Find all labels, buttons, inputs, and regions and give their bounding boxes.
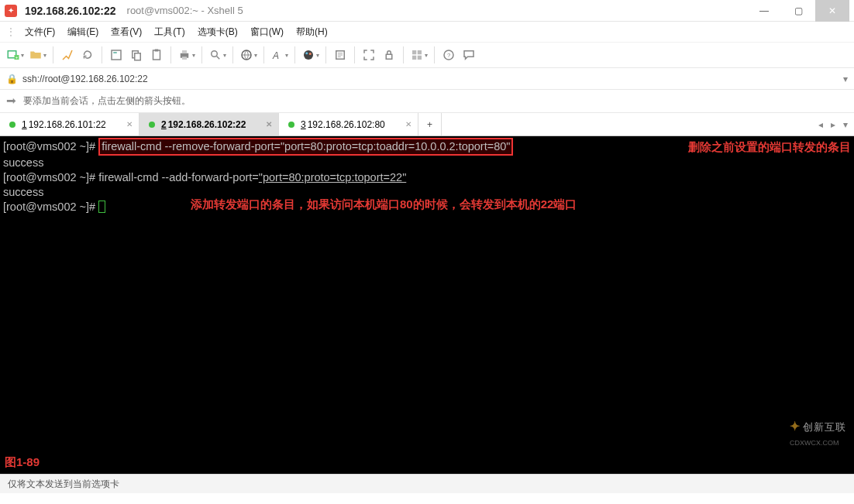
window-titlebar: ✦ 192.168.26.102:22 root@vms002:~ - Xshe… (0, 0, 854, 22)
paste-button[interactable] (147, 45, 166, 65)
script-button[interactable] (331, 45, 350, 65)
status-dot-icon (288, 122, 294, 128)
menu-edit[interactable]: 编辑(E) (61, 23, 105, 41)
shell-prompt: [root@vms002 ~]# (3, 201, 98, 213)
svg-point-16 (305, 52, 308, 54)
terminal-cursor (98, 201, 105, 213)
tab-prefix: 1 (22, 119, 27, 130)
help-button[interactable]: ? (439, 45, 458, 65)
toolbar-sep (53, 46, 53, 63)
toolbar-sep (201, 46, 202, 63)
window-title-sub: root@vms002:~ - Xshell 5 (127, 5, 243, 16)
toolbar-sep (170, 46, 171, 63)
copy-button[interactable] (127, 45, 146, 65)
tab-prefix: 2 (161, 119, 167, 130)
svg-rect-20 (412, 50, 416, 54)
reconnect-button[interactable] (78, 45, 97, 65)
layout-button[interactable] (408, 45, 429, 65)
svg-rect-8 (155, 50, 159, 52)
watermark-logo-icon: ✦ (790, 420, 800, 433)
menu-file[interactable]: 文件(F) (19, 23, 61, 41)
tab-prev-icon[interactable]: ◂ (818, 119, 823, 130)
properties-button[interactable] (107, 45, 126, 65)
info-arrow-icon[interactable]: ⮕ (6, 95, 17, 108)
svg-text:+: + (15, 55, 19, 60)
tab-label: 192.168.26.101:22 (29, 119, 106, 130)
toolbar-sep (354, 46, 355, 63)
svg-rect-23 (418, 56, 422, 60)
svg-text:A: A (272, 50, 279, 61)
toolbar-sep (325, 46, 326, 63)
menu-view[interactable]: 查看(V) (105, 23, 148, 41)
tab-prefix: 3 (301, 119, 306, 130)
tab-list-icon[interactable]: ▾ (843, 119, 848, 130)
session-tab-2[interactable]: 2 192.168.26.102:22 ✕ (139, 113, 279, 135)
status-bar: 仅将文本发送到当前选项卡 (0, 474, 854, 493)
session-tab-3[interactable]: 3 192.168.26.102:80 ✕ (279, 113, 418, 135)
toolbar-sep (434, 46, 435, 63)
maximize-button[interactable]: ▢ (781, 0, 815, 22)
toolbar-sep (294, 46, 295, 63)
annotation-right: 删除之前设置的端口转发的条目 (688, 139, 851, 155)
encoding-button[interactable] (238, 45, 259, 65)
close-button[interactable]: ✕ (815, 0, 849, 22)
find-button[interactable] (207, 45, 228, 65)
tab-navigation: ◂ ▸ ▾ (812, 113, 854, 135)
open-button[interactable] (27, 45, 48, 65)
tab-close-icon[interactable]: ✕ (126, 120, 133, 129)
svg-point-17 (309, 53, 312, 55)
svg-rect-19 (386, 54, 392, 59)
toolbar-sep (263, 46, 264, 63)
status-dot-icon (149, 122, 155, 128)
svg-rect-7 (153, 50, 160, 60)
status-text: 仅将文本发送到当前选项卡 (8, 478, 119, 491)
watermark-sub: CDXWCX.COM (790, 439, 839, 447)
tab-label: 192.168.26.102:80 (308, 119, 385, 130)
session-tab-1[interactable]: 1 192.168.26.101:22 ✕ (0, 113, 139, 135)
svg-text:?: ? (447, 52, 450, 59)
info-bar: ⮕ 要添加当前会话，点击左侧的箭头按钮。 (0, 90, 854, 113)
watermark-brand: 创新互联 (803, 421, 846, 433)
menu-tools[interactable]: 工具(T) (148, 23, 191, 41)
print-button[interactable] (176, 45, 197, 65)
menubar: ⋮ 文件(F) 编辑(E) 查看(V) 工具(T) 选项卡(B) 窗口(W) 帮… (0, 22, 854, 42)
toolbar-sep (102, 46, 102, 63)
tab-next-icon[interactable]: ▸ (831, 119, 835, 130)
shell-prompt: [root@vms002 ~]# (3, 140, 98, 153)
menu-window[interactable]: 窗口(W) (244, 23, 290, 41)
chevron-down-icon[interactable]: ▾ (843, 74, 848, 84)
tab-label: 192.168.26.102:22 (168, 119, 246, 130)
status-dot-icon (9, 122, 15, 128)
new-tab-button[interactable]: + (418, 113, 442, 135)
tab-close-icon[interactable]: ✕ (405, 120, 412, 129)
connect-button[interactable] (58, 45, 77, 65)
svg-rect-3 (112, 50, 121, 60)
annotation-middle: 添加转发端口的条目，如果访问本机端口80的时候，会转发到本机的22端口 (191, 197, 577, 211)
svg-rect-21 (418, 50, 422, 54)
svg-rect-6 (135, 53, 141, 60)
toolbar-sep (232, 46, 233, 63)
svg-point-12 (212, 51, 218, 57)
menu-help[interactable]: 帮助(H) (290, 23, 334, 41)
figure-label: 图1-89 (5, 454, 40, 469)
fullscreen-button[interactable] (360, 45, 378, 65)
lock-button[interactable] (380, 45, 398, 65)
svg-rect-10 (182, 50, 187, 53)
info-text: 要添加当前会话，点击左侧的箭头按钮。 (23, 94, 191, 108)
svg-rect-22 (412, 56, 416, 60)
minimize-button[interactable]: — (747, 0, 781, 22)
feedback-button[interactable] (460, 45, 478, 65)
highlight-box-remove: firewall-cmd --remove-forward-port="port… (98, 138, 513, 156)
toolbar-sep (403, 46, 404, 63)
font-button[interactable]: A (269, 45, 290, 65)
terminal-pane[interactable]: [root@vms002 ~]# firewall-cmd --remove-f… (0, 136, 854, 474)
window-title-main: 192.168.26.102:22 (25, 5, 116, 17)
output-success: success (3, 156, 851, 170)
address-text: ssh://root@192.168.26.102:22 (22, 74, 839, 84)
color-scheme-button[interactable] (300, 45, 321, 65)
new-session-button[interactable]: + (5, 45, 26, 65)
command-add-forward-b: "port=80:proto=tcp:toport=22" (259, 171, 406, 183)
menu-tabs[interactable]: 选项卡(B) (191, 23, 244, 41)
address-bar[interactable]: 🔒 ssh://root@192.168.26.102:22 ▾ (0, 68, 854, 90)
tab-close-icon[interactable]: ✕ (266, 120, 272, 129)
